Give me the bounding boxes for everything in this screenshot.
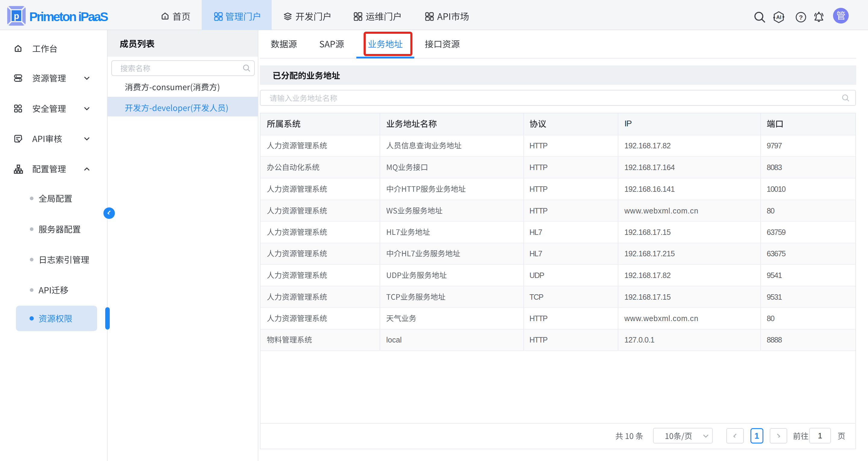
svg-text:p: p <box>14 11 19 21</box>
svg-text:?: ? <box>799 14 803 21</box>
svg-text:AI: AI <box>776 14 781 20</box>
